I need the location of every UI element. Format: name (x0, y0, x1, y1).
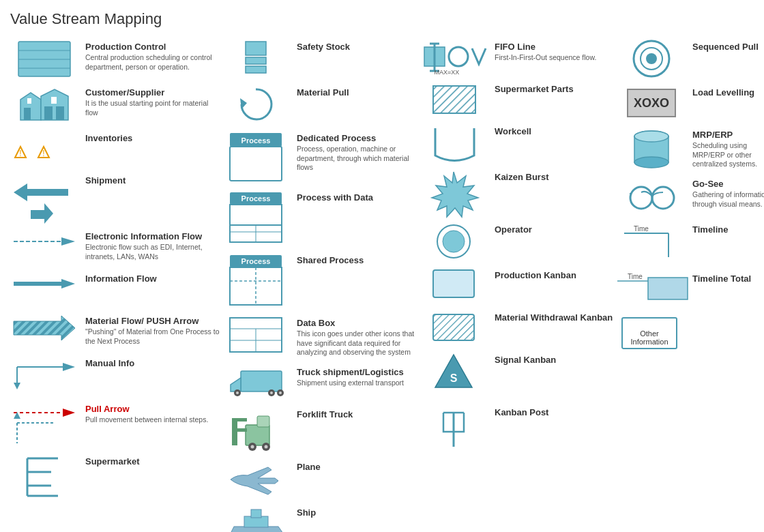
label-area: Production Control Central production sc… (85, 40, 222, 72)
list-item: Production Kanban (420, 269, 617, 303)
label-area: FIFO Line First-In-First-Out sequence fl… (495, 40, 617, 63)
svg-text:!: ! (19, 149, 21, 158)
load-levelling-icon: XOXO (617, 86, 686, 120)
list-item: Process Dedicated Process Process, opera… (222, 132, 420, 183)
svg-rect-10 (51, 97, 57, 104)
svg-text:Information: Information (630, 338, 668, 346)
other-info-icon: Other Information (617, 314, 686, 352)
label-area: Pull Arrow Pull movement between interna… (85, 402, 222, 425)
svg-point-73 (251, 445, 254, 448)
list-item: Material Withdrawal Kanban (420, 311, 617, 345)
list-item: Plane (222, 460, 420, 498)
list-item: Process Shared Process (222, 254, 420, 308)
pull-arrow-icon (10, 402, 78, 447)
svg-marker-18 (61, 237, 75, 246)
column-3: MAX=XX FIFO Line First-In-First-Out sequ… (420, 40, 617, 532)
label-area: Plane (297, 460, 420, 472)
kanban-post-icon (420, 406, 488, 450)
svg-point-104 (634, 157, 668, 168)
svg-rect-70 (232, 418, 247, 422)
svg-rect-76 (257, 416, 269, 427)
list-item: Material Pull (222, 86, 420, 123)
svg-rect-39 (246, 57, 266, 64)
svg-rect-8 (56, 106, 64, 120)
inventories-icon: ! ! (10, 132, 78, 162)
svg-marker-25 (63, 363, 75, 371)
svg-rect-90 (433, 270, 474, 297)
svg-text:Process: Process (241, 136, 271, 145)
timeline-total-icon: Time (617, 272, 686, 306)
kaizen-burst-icon (420, 171, 488, 215)
svg-rect-6 (24, 108, 31, 120)
list-item: XOXO Load Levelling (617, 86, 764, 120)
label-area: Process with Data (297, 191, 420, 203)
label-area: Dedicated Process Process, operation, ma… (297, 132, 420, 173)
label-area: Signal Kanban (495, 353, 617, 365)
material-withdrawal-icon (420, 311, 488, 345)
column-4: Sequenced Pull XOXO Load Levelling (617, 40, 764, 532)
label-area: Information Flow (85, 272, 222, 284)
list-item: Supermarket (10, 455, 222, 499)
list-item: Material Flow/ PUSH Arrow "Pushing" of M… (10, 314, 222, 349)
list-item: MRP/ERP Scheduling using MRP/ERP or othe… (617, 128, 764, 169)
svg-text:Time: Time (628, 273, 643, 280)
svg-marker-27 (14, 383, 20, 389)
svg-rect-92 (433, 314, 474, 340)
svg-text:Time: Time (634, 225, 649, 233)
svg-text:MAX=XX: MAX=XX (435, 69, 460, 76)
material-flow-icon (10, 314, 78, 342)
list-item: Supermarket Parts (420, 83, 617, 117)
supermarket-icon (10, 455, 78, 499)
svg-point-105 (634, 131, 668, 142)
dedicated-process-icon: Process (222, 132, 290, 183)
label-area: Supermarket Parts (495, 83, 617, 94)
label-area: Timeline Total (692, 272, 764, 284)
svg-marker-20 (61, 279, 75, 289)
label-area: Kanban Post (495, 406, 617, 417)
svg-text:!: ! (42, 149, 44, 158)
svg-point-63 (236, 391, 239, 394)
list-item: Go-See Gathering of information through … (617, 177, 764, 215)
list-item: Forklift Truck (222, 408, 420, 452)
list-item: Time Timeline Total (617, 272, 764, 306)
customer-supplier-icon (10, 86, 78, 123)
svg-rect-71 (232, 428, 247, 432)
svg-rect-38 (246, 42, 266, 55)
svg-rect-68 (246, 425, 269, 445)
list-item: MAX=XX FIFO Line First-In-First-Out sequ… (420, 40, 617, 74)
list-item: Process Process with Data (222, 191, 420, 246)
list-item: Ship (222, 506, 420, 532)
svg-marker-23 (14, 316, 75, 340)
signal-kanban-icon: S (420, 353, 488, 398)
symbol-grid: Production Control Central production sc… (10, 40, 754, 532)
list-item: Workcell (420, 125, 617, 162)
label-area: Supermarket (85, 455, 222, 467)
sequenced-pull-icon (617, 40, 686, 78)
label-area: Go-See Gathering of information through … (692, 177, 764, 209)
column-2: Safety Stock Material Pull Process (222, 40, 420, 532)
mrp-erp-icon (617, 128, 686, 169)
label-area: Load Levelling (692, 86, 764, 98)
safety-stock-icon (222, 40, 290, 78)
label-area: Production Kanban (495, 269, 617, 280)
column-1: Production Control Central production sc… (10, 40, 222, 532)
list-item: Data Box This icon goes under other icon… (222, 316, 420, 357)
svg-marker-29 (63, 409, 75, 417)
label-area: Shipment (85, 174, 222, 186)
material-pull-icon (222, 86, 290, 123)
timeline-icon: Time (617, 223, 686, 264)
operator-icon (420, 223, 488, 261)
list-item: Electronic Information Flow Electronic f… (10, 230, 222, 264)
forklift-icon (222, 408, 290, 452)
shipment-icon (10, 174, 78, 222)
production-control-icon (10, 40, 78, 78)
label-area: Inventories (85, 132, 222, 143)
list-item: Production Control Central production sc… (10, 40, 222, 78)
shared-process-icon: Process (222, 254, 290, 308)
label-area: Ship (297, 506, 420, 518)
label-area (692, 314, 764, 316)
label-area: Truck shipment/Logistics Shipment using … (297, 366, 420, 388)
label-area: Data Box This icon goes under other icon… (297, 316, 420, 357)
label-area: Customer/Supplier It is the usual starti… (85, 86, 222, 117)
list-item: Information Flow (10, 272, 222, 306)
